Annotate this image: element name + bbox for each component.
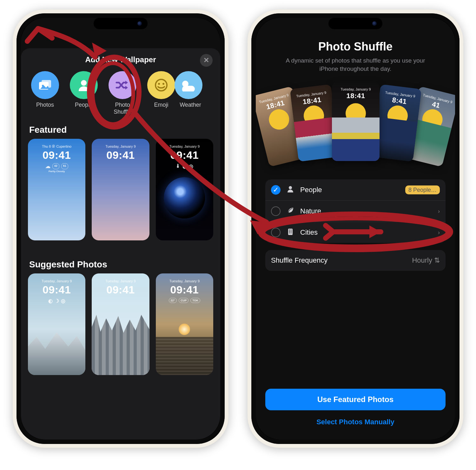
photos-icon <box>31 71 59 99</box>
svg-rect-11 <box>291 230 292 231</box>
category-label: People <box>68 102 100 109</box>
preview-card: Tuesday, January 918:41 <box>332 82 380 161</box>
screen-right: Photo Shuffle A dynamic set of photos th… <box>256 18 455 440</box>
building-icon <box>286 228 294 237</box>
leaf-icon <box>286 207 294 216</box>
person-icon <box>286 185 294 194</box>
category-label: Weather <box>175 102 206 109</box>
frequency-label: Shuffle Frequency <box>271 256 327 265</box>
add-wallpaper-sheet: Add New Wallpaper ✕ Photos <box>21 48 220 440</box>
phone-photo-shuffle: Photo Shuffle A dynamic set of photos th… <box>248 10 463 448</box>
chevron-icon: › <box>402 208 440 215</box>
category-label: Emoji <box>145 102 177 109</box>
radio-unchecked-icon <box>271 228 281 237</box>
category-photo-shuffle[interactable]: Photo Shuffle <box>107 71 138 115</box>
svg-rect-13 <box>291 231 292 232</box>
featured-row[interactable]: Thu 8 ⦿ Cupertino 09:41 ☁︎4261 Partly Cl… <box>27 139 214 254</box>
lockscreen-overlay: Tuesday, January 9 09:41 ◐☽◎ <box>28 279 85 304</box>
shuffle-frequency-row[interactable]: Shuffle Frequency Hourly ⇅ <box>265 250 446 271</box>
sheet-header: Add New Wallpaper ✕ <box>27 48 214 69</box>
svg-point-6 <box>162 83 164 85</box>
option-label: People <box>300 186 322 194</box>
photo-shuffle-sheet: Photo Shuffle A dynamic set of photos th… <box>256 18 455 440</box>
svg-rect-14 <box>289 232 290 233</box>
tile-suggested-2[interactable]: Tuesday, January 9 09:41 <box>92 273 149 375</box>
frequency-value[interactable]: Hourly ⇅ <box>412 256 440 265</box>
close-icon: ✕ <box>203 56 209 64</box>
tile-collections[interactable]: Tuesday, January 9 09:41 Collections <box>92 139 149 240</box>
stage: Add New Wallpaper ✕ Photos <box>0 0 476 470</box>
screen-left: Add New Wallpaper ✕ Photos <box>21 18 220 440</box>
category-label: Photo Shuffle <box>107 102 138 115</box>
option-people[interactable]: ✓ People 8 People… <box>265 179 446 200</box>
camera-dot <box>372 21 377 26</box>
option-label: Cities <box>300 228 318 237</box>
category-scroller[interactable]: Photos People Photo Shuffle <box>27 69 214 119</box>
category-photos[interactable]: Photos <box>29 71 61 115</box>
option-label: Nature <box>300 207 321 215</box>
svg-point-3 <box>81 80 87 86</box>
tile-astronomy[interactable]: Tuesday, January 9 09:41 🌡◐◎ Astronomy <box>156 139 213 240</box>
cloud-icon <box>175 71 202 99</box>
svg-rect-12 <box>289 231 290 232</box>
tile-suggested-3[interactable]: Tuesday, January 9 09:41 22°CUPTOK <box>156 273 213 375</box>
person-icon <box>70 71 98 99</box>
radio-checked-icon: ✓ <box>271 185 281 195</box>
camera-dot <box>137 21 142 26</box>
phone-add-wallpaper: Add New Wallpaper ✕ Photos <box>13 10 228 448</box>
select-manually-link[interactable]: Select Photos Manually <box>265 410 446 430</box>
sheet-title: Add New Wallpaper <box>85 55 156 64</box>
lockscreen-overlay: Tuesday, January 9 09:41 <box>92 279 149 296</box>
category-weather[interactable]: Weather <box>184 71 206 115</box>
svg-point-5 <box>158 83 160 85</box>
shuffle-options: ✓ People 8 People… <box>265 179 446 243</box>
emoji-icon <box>147 71 175 99</box>
radio-unchecked-icon <box>271 206 281 216</box>
option-cities[interactable]: Cities › <box>265 222 446 243</box>
svg-rect-10 <box>289 230 290 231</box>
option-detail[interactable]: 8 People… <box>402 187 440 193</box>
lockscreen-overlay: Tuesday, January 9 09:41 22°CUPTOK <box>156 279 213 303</box>
section-title-suggested: Suggested Photos <box>29 259 212 270</box>
category-label: Photos <box>29 102 61 109</box>
notch <box>94 18 148 29</box>
category-people[interactable]: People <box>68 71 100 115</box>
preview-fan: Tuesday, January 918:41 Tuesday, January… <box>265 79 446 171</box>
stepper-icon: ⇅ <box>434 256 440 265</box>
tile-weather[interactable]: Thu 8 ⦿ Cupertino 09:41 ☁︎4261 Partly Cl… <box>28 139 85 240</box>
svg-rect-15 <box>291 232 292 233</box>
svg-point-4 <box>155 79 167 91</box>
page-subtitle: A dynamic set of photos that shuffle as … <box>278 57 433 73</box>
lockscreen-overlay: Tuesday, January 9 09:41 🌡◐◎ <box>156 144 213 169</box>
notch <box>328 18 382 29</box>
shuffle-icon <box>109 71 136 99</box>
page-title: Photo Shuffle <box>265 40 446 53</box>
suggested-row[interactable]: Tuesday, January 9 09:41 ◐☽◎ Tuesday, Ja… <box>27 273 214 375</box>
svg-rect-9 <box>288 229 293 235</box>
close-button[interactable]: ✕ <box>200 54 213 67</box>
tile-suggested-1[interactable]: Tuesday, January 9 09:41 ◐☽◎ <box>28 273 85 375</box>
chevron-icon: › <box>402 229 440 236</box>
section-title-featured: Featured <box>29 125 212 135</box>
option-nature[interactable]: Nature › <box>265 200 446 222</box>
lockscreen-overlay: Thu 8 ⦿ Cupertino 09:41 ☁︎4261 Partly Cl… <box>28 144 85 173</box>
category-emoji[interactable]: Emoji <box>145 71 177 115</box>
use-featured-button[interactable]: Use Featured Photos <box>265 389 446 410</box>
lockscreen-overlay: Tuesday, January 9 09:41 <box>92 144 149 161</box>
svg-point-8 <box>289 186 292 189</box>
